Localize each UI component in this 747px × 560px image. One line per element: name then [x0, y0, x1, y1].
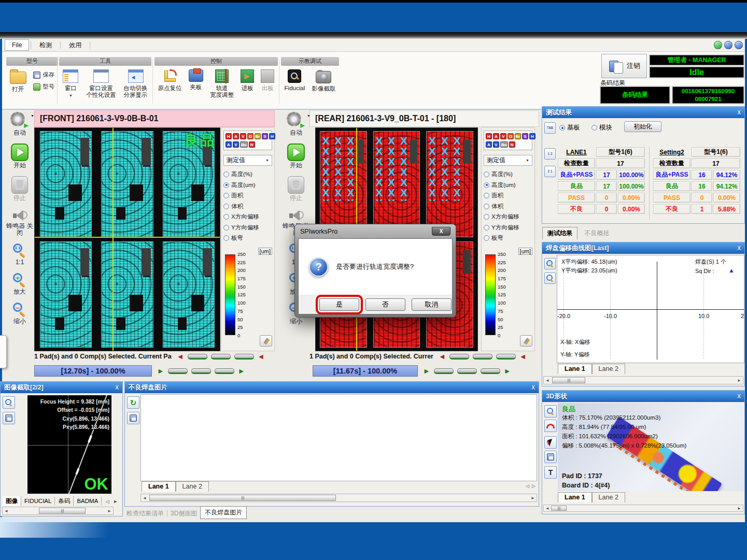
window-settings-button[interactable]: 窗口设置 个性化设置 — [84, 69, 118, 98]
stop-button[interactable]: 停止 — [288, 176, 304, 202]
scroll-right-icon[interactable]: ► — [736, 377, 743, 384]
cancel-button[interactable]: 取消 — [412, 298, 452, 311]
tab-scroll-left-icon[interactable]: ◁ — [526, 483, 529, 489]
badge-a2[interactable]: A — [225, 141, 232, 148]
arrow-left-icon[interactable]: ◄ — [258, 353, 265, 360]
lane1-header[interactable]: LANE1 — [558, 147, 595, 157]
zoom-out-button[interactable]: 缩小 — [12, 303, 27, 325]
scroll-left-icon[interactable]: ◄ — [544, 505, 551, 511]
radio-x-offset[interactable]: X方向偏移 — [223, 213, 272, 221]
shape-3d-scrollbar[interactable]: ◄ ► — [543, 505, 743, 512]
origin-reset-button[interactable]: 原点复位 — [157, 69, 184, 92]
pointer-tool-button[interactable] — [544, 436, 557, 449]
tab-badmark[interactable]: BADMA — [74, 497, 102, 505]
capture-scrollbar[interactable]: ◄ ► — [2, 507, 114, 515]
radio-volume[interactable]: 体积 — [484, 203, 532, 210]
radio-y-offset[interactable]: Y方向偏移 — [223, 224, 272, 232]
scale-settings-button[interactable] — [260, 335, 272, 347]
scrollbar-thumb[interactable] — [552, 377, 585, 383]
model-button[interactable]: 型号 — [32, 83, 56, 91]
offset-chart-scrollbar[interactable]: ◄ ► — [543, 376, 743, 384]
tab-lane1[interactable]: Lane 1 — [558, 364, 592, 374]
badge-h2[interactable]: H — [269, 133, 275, 139]
badge-h[interactable]: H — [486, 133, 492, 139]
zoom-1to1-button[interactable]: 1:11:1 — [12, 243, 27, 266]
tab-barcode[interactable]: 条码 — [55, 496, 74, 506]
board-out-button[interactable]: 出板 — [259, 69, 276, 92]
badge-a[interactable]: A — [233, 133, 239, 139]
radio-y-offset[interactable]: Y方向偏移 — [484, 224, 532, 232]
scroll-right-icon[interactable]: ► — [736, 505, 743, 511]
arrow-right-icon[interactable]: ► — [238, 367, 245, 375]
buzzer-off-button[interactable]: 蜂鸣器 关闭 — [6, 209, 33, 236]
close-icon[interactable]: X — [531, 385, 535, 391]
scroll-left-icon[interactable]: ◄ — [544, 377, 551, 384]
badge-s[interactable]: S — [522, 133, 528, 139]
badge-v[interactable]: V — [240, 133, 246, 139]
fiducial-button[interactable]: Fiducial — [283, 69, 307, 92]
badge-a2[interactable]: A — [486, 141, 492, 148]
chevron-down-icon[interactable]: ▼ — [31, 114, 34, 118]
menu-file[interactable]: File — [5, 39, 29, 51]
shape-3d-viewport[interactable]: 良品 体积 : 75.170% (203952112.000um3) 高度 : … — [558, 403, 744, 491]
arrow-left-icon[interactable]: ◄ — [439, 353, 446, 360]
lane2-header[interactable]: Setting2 — [653, 147, 690, 157]
close-icon[interactable]: X — [737, 394, 741, 399]
badge-n[interactable]: N — [509, 141, 515, 148]
radio-base-board[interactable]: 基板 — [559, 123, 580, 132]
arrow-right-icon[interactable]: ► — [504, 367, 511, 375]
scroll-right-icon[interactable]: ► — [529, 494, 537, 501]
radio-height-um[interactable]: 高度(um) — [223, 181, 272, 189]
arrow-right-icon[interactable]: ► — [157, 367, 164, 375]
tab-scroll-left-icon[interactable]: ◁ — [104, 499, 111, 504]
radio-height-um[interactable]: 高度(um) — [484, 181, 532, 189]
barcode-result-button[interactable]: 条码结果 — [600, 87, 670, 104]
clamp-button[interactable]: 夹板 — [187, 69, 205, 91]
tab-lane1[interactable]: Lane 1 — [142, 481, 176, 492]
clock-window-button[interactable] — [724, 41, 732, 49]
menu-inspect[interactable]: 检测 — [33, 39, 59, 51]
close-icon[interactable]: X — [115, 385, 119, 391]
tab-test-results[interactable]: 测试结果 — [542, 227, 577, 240]
start-button[interactable]: 开始 — [11, 143, 29, 169]
scrollbar-thumb[interactable] — [39, 508, 86, 514]
profile-view-button[interactable] — [544, 420, 557, 432]
badge-o[interactable]: O — [247, 133, 253, 139]
chart-zoom-in-button[interactable] — [544, 258, 556, 269]
bad-pad-image-area[interactable] — [140, 394, 537, 481]
text-tool-button[interactable]: T — [544, 466, 557, 479]
badge-bo[interactable]: Bo — [500, 141, 508, 148]
radio-height-pct[interactable]: 高度(%) — [484, 170, 532, 178]
split-21-icon-button[interactable]: 2 1 — [544, 166, 556, 177]
save-button[interactable]: 保存 — [32, 71, 56, 79]
badge-br[interactable]: Br — [515, 133, 521, 139]
save-button[interactable] — [127, 412, 139, 424]
menu-utility[interactable]: 效用 — [62, 39, 88, 51]
badge-v[interactable]: V — [500, 133, 506, 139]
scale-settings-button[interactable] — [520, 335, 532, 347]
scroll-left-icon[interactable]: ◄ — [141, 494, 148, 501]
scrollbar-thumb[interactable] — [149, 495, 336, 501]
collapsed-panel-handle[interactable] — [0, 335, 7, 368]
bad-pad-scrollbar[interactable]: ◄ ► — [140, 494, 537, 502]
radio-x-offset[interactable]: X方向偏移 — [484, 213, 532, 221]
measure-value-dropdown[interactable]: 测定值▼ — [223, 155, 272, 166]
radio-area[interactable]: 面积 — [484, 192, 532, 199]
tab-lane2[interactable]: Lane 2 — [592, 492, 625, 502]
radio-area[interactable]: 面积 — [223, 192, 272, 199]
start-button[interactable]: 开始 — [287, 143, 305, 169]
front-pcb-image[interactable]: 良品 — [34, 127, 220, 351]
dialog-titlebar[interactable]: SPIworksProX — [298, 224, 453, 238]
arrow-left-icon[interactable]: ◄ — [177, 353, 184, 360]
badge-h2[interactable]: H — [529, 133, 535, 139]
scroll-right-icon[interactable]: ► — [106, 507, 113, 514]
chart-zoom-out-button[interactable] — [544, 272, 556, 284]
tab-scroll-right-icon[interactable]: ► — [113, 499, 118, 504]
capture-save-button[interactable] — [3, 412, 15, 424]
tab-lane2[interactable]: Lane 2 — [176, 481, 209, 492]
auto-split-button[interactable]: 自动切换 分屏显示 — [122, 69, 149, 98]
close-icon[interactable]: X — [737, 110, 741, 116]
radio-warp[interactable]: 板弯 — [223, 234, 272, 242]
arrow-left-icon[interactable]: ◄ — [519, 353, 527, 360]
window-button[interactable]: 窗口▼ — [61, 69, 80, 97]
